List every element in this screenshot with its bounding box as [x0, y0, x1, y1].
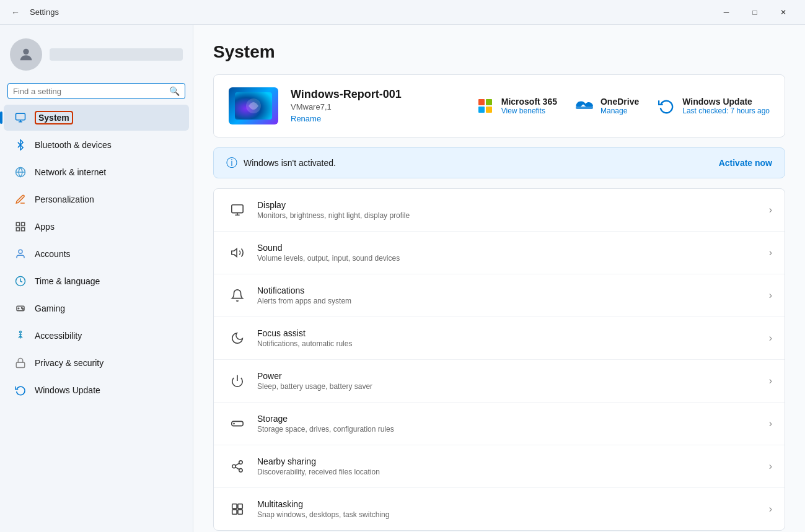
svg-rect-9 [22, 228, 25, 231]
sidebar-item-label-bluetooth: Bluetooth & devices [35, 140, 112, 150]
activation-message: Windows isn't activated. [244, 158, 336, 168]
sidebar-item-accounts[interactable]: Accounts [4, 241, 189, 267]
multitasking-chevron: › [769, 504, 772, 515]
microsoft365-icon [475, 96, 495, 116]
app-title: Settings [30, 7, 59, 17]
sidebar-item-accessibility[interactable]: Accessibility [4, 323, 189, 349]
nearbysharing-icon [226, 455, 249, 477]
onedrive-sublabel[interactable]: Manage [600, 107, 639, 115]
power-desc: Sleep, battery usage, battery saver [257, 382, 769, 391]
sidebar-item-apps[interactable]: Apps [4, 214, 189, 240]
nearbysharing-desc: Discoverability, received files location [257, 468, 769, 476]
rename-link[interactable]: Rename [291, 114, 321, 123]
nearbysharing-title: Nearby sharing [257, 456, 769, 466]
focusassist-title: Focus assist [257, 328, 769, 338]
settings-item-focusassist[interactable]: Focus assist Notifications, automatic ru… [214, 317, 785, 360]
computer-info: Windows-Report-001 VMware7,1 Rename [291, 88, 463, 124]
multitasking-title: Multitasking [257, 499, 769, 509]
nearbysharing-text: Nearby sharing Discoverability, received… [257, 456, 769, 476]
sidebar-item-gaming[interactable]: Gaming [4, 295, 189, 321]
windowsupdate-action-label: Windows Update [682, 97, 770, 107]
onedrive-label: OneDrive [600, 97, 639, 107]
power-title: Power [257, 371, 769, 381]
storage-text: Storage Storage space, drives, configura… [257, 414, 769, 434]
settings-item-multitasking[interactable]: Multitasking Snap windows, desktops, tas… [214, 488, 785, 530]
sidebar-item-bluetooth[interactable]: Bluetooth & devices [4, 132, 189, 158]
onedrive-text: OneDrive Manage [600, 97, 639, 115]
svg-rect-8 [16, 228, 19, 231]
microsoft365-action[interactable]: Microsoft 365 View benefits [475, 96, 557, 116]
microsoft365-sublabel[interactable]: View benefits [501, 107, 557, 115]
microsoft365-label: Microsoft 365 [501, 97, 557, 107]
minimize-button[interactable]: ─ [712, 2, 741, 22]
sound-icon [226, 242, 249, 264]
sidebar-item-personalization[interactable]: Personalization [4, 186, 189, 212]
multitasking-icon [226, 498, 249, 520]
settings-item-nearbysharing[interactable]: Nearby sharing Discoverability, received… [214, 445, 785, 488]
settings-item-display[interactable]: Display Monitors, brightness, night ligh… [214, 189, 785, 232]
notifications-chevron: › [769, 290, 772, 301]
main-layout: 🔍 System Bluetooth & devices [0, 25, 805, 532]
storage-title: Storage [257, 414, 769, 424]
microsoft365-text: Microsoft 365 View benefits [501, 97, 557, 115]
settings-item-notifications[interactable]: Notifications Alerts from apps and syste… [214, 274, 785, 317]
sidebar: 🔍 System Bluetooth & devices [0, 25, 193, 532]
svg-point-28 [239, 461, 243, 464]
accounts-icon [14, 247, 27, 261]
svg-rect-6 [16, 222, 19, 225]
power-icon [226, 370, 249, 392]
multitasking-desc: Snap windows, desktops, task switching [257, 510, 769, 519]
sidebar-item-label-gaming: Gaming [35, 303, 65, 313]
sidebar-item-label-accessibility: Accessibility [35, 331, 82, 341]
close-button[interactable]: ✕ [769, 2, 798, 22]
computer-subtitle: VMware7,1 [291, 102, 463, 111]
sidebar-item-windowsupdate[interactable]: Windows Update [4, 377, 189, 403]
sidebar-item-label-system: System [38, 113, 69, 123]
notifications-title: Notifications [257, 286, 769, 295]
settings-item-power[interactable]: Power Sleep, battery usage, battery save… [214, 360, 785, 403]
svg-rect-21 [232, 205, 243, 213]
user-name-placeholder [50, 48, 183, 61]
focusassist-desc: Notifications, automatic rules [257, 339, 769, 348]
windowsupdate-action[interactable]: Windows Update Last checked: 7 hours ago [656, 96, 770, 116]
svg-rect-35 [232, 510, 237, 514]
back-button[interactable]: ← [7, 4, 24, 20]
svg-rect-36 [238, 510, 242, 514]
search-box[interactable]: 🔍 [7, 83, 185, 99]
multitasking-text: Multitasking Snap windows, desktops, tas… [257, 499, 769, 519]
svg-rect-18 [16, 362, 25, 367]
computer-actions: Microsoft 365 View benefits OneDrive [475, 96, 770, 116]
system-label-box: System [35, 111, 73, 124]
sound-desc: Volume levels, output, input, sound devi… [257, 254, 769, 263]
maximize-button[interactable]: □ [741, 2, 769, 22]
sidebar-item-label-time: Time & language [35, 276, 100, 286]
sidebar-item-time[interactable]: Time & language [4, 268, 189, 294]
svg-point-0 [23, 49, 29, 55]
sound-title: Sound [257, 243, 769, 253]
sidebar-item-system[interactable]: System [4, 105, 189, 131]
display-icon [226, 199, 249, 221]
storage-icon [226, 412, 249, 435]
notifications-text: Notifications Alerts from apps and syste… [257, 286, 769, 305]
title-bar: ← Settings ─ □ ✕ [0, 0, 805, 25]
sidebar-item-label-accounts: Accounts [35, 249, 71, 259]
gaming-icon [14, 302, 27, 315]
storage-desc: Storage space, drives, configuration rul… [257, 425, 769, 434]
focusassist-chevron: › [769, 333, 772, 344]
user-section[interactable] [0, 31, 193, 81]
onedrive-action[interactable]: OneDrive Manage [574, 96, 639, 116]
windowsupdate-icon [14, 383, 27, 397]
svg-rect-34 [238, 504, 242, 508]
svg-rect-7 [22, 222, 25, 225]
settings-item-storage[interactable]: Storage Storage space, drives, configura… [214, 403, 785, 445]
sidebar-item-network[interactable]: Network & internet [4, 159, 189, 185]
sound-text: Sound Volume levels, output, input, soun… [257, 243, 769, 263]
windowsupdate-text: Windows Update Last checked: 7 hours ago [682, 97, 770, 115]
activate-now-link[interactable]: Activate now [719, 158, 772, 168]
computer-card: Windows-Report-001 VMware7,1 Rename [213, 74, 785, 137]
system-icon [14, 111, 27, 124]
notifications-desc: Alerts from apps and system [257, 297, 769, 305]
settings-item-sound[interactable]: Sound Volume levels, output, input, soun… [214, 232, 785, 274]
sidebar-item-privacy[interactable]: Privacy & security [4, 350, 189, 376]
search-input[interactable] [13, 87, 164, 96]
